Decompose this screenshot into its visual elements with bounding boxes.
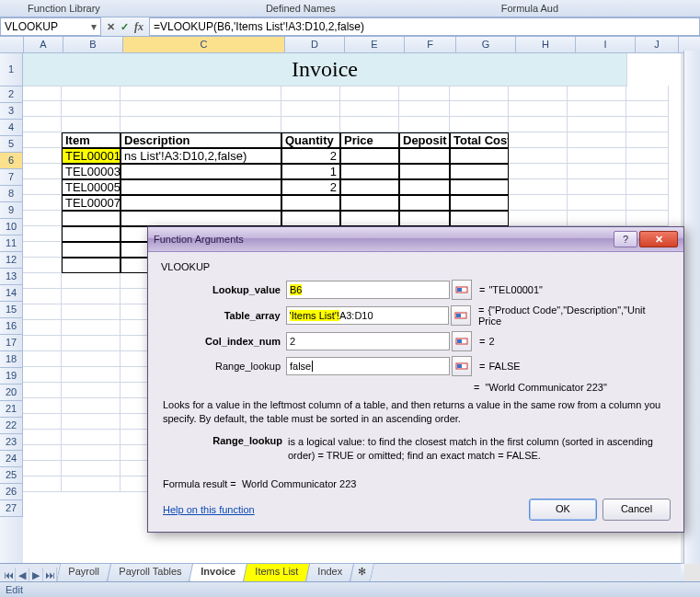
cell[interactable] <box>450 117 509 132</box>
cell[interactable] <box>62 367 120 383</box>
invoice-title[interactable]: Invoice <box>23 53 627 86</box>
cell[interactable] <box>23 367 62 383</box>
cell[interactable] <box>626 195 669 211</box>
cell[interactable] <box>62 398 120 414</box>
row-header-10[interactable]: 10 <box>0 219 23 235</box>
collapse-dialog-icon[interactable] <box>452 331 472 351</box>
cell[interactable] <box>340 211 399 226</box>
row-header-7[interactable]: 7 <box>0 169 23 186</box>
collapse-dialog-icon[interactable] <box>451 305 471 326</box>
row-header-20[interactable]: 20 <box>0 385 23 401</box>
cell[interactable] <box>62 101 120 117</box>
row-header-24[interactable]: 24 <box>0 451 23 467</box>
cell[interactable] <box>62 430 120 445</box>
cell[interactable] <box>509 179 568 195</box>
enter-formula-icon[interactable]: ✓ <box>119 21 131 33</box>
col-header-J[interactable]: J <box>636 37 679 52</box>
cell[interactable] <box>62 461 120 476</box>
cell[interactable]: 1 <box>281 164 340 179</box>
tab-new-sheet[interactable]: ✻ <box>350 563 374 582</box>
cell[interactable] <box>62 289 120 304</box>
cell[interactable]: TEL00001 <box>62 148 120 164</box>
cell[interactable] <box>509 117 568 132</box>
cell[interactable] <box>23 86 62 101</box>
row-header-1[interactable]: 1 <box>0 53 23 86</box>
row-header-18[interactable]: 18 <box>0 351 23 368</box>
cell[interactable] <box>509 148 568 164</box>
cell[interactable] <box>626 101 669 117</box>
cell[interactable] <box>626 86 669 101</box>
cell[interactable] <box>23 445 62 461</box>
cell[interactable] <box>568 101 626 117</box>
cell[interactable] <box>23 132 62 148</box>
cancel-formula-icon[interactable]: ✕ <box>105 21 117 33</box>
cell[interactable] <box>626 164 669 179</box>
formula-bar-input[interactable]: =VLOOKUP(B6,'Items List'!A3:D10,2,false) <box>149 17 700 36</box>
dialog-help-icon[interactable]: ? <box>614 231 637 247</box>
cell[interactable] <box>62 273 120 289</box>
cell[interactable] <box>450 148 509 164</box>
cell[interactable] <box>23 351 62 367</box>
row-header-11[interactable]: 11 <box>0 235 23 252</box>
arg-input-table-array[interactable]: 'Items List'!A3:D10 <box>286 306 449 325</box>
row-header-14[interactable]: 14 <box>0 285 23 302</box>
row-header-6[interactable]: 6 <box>0 153 23 169</box>
col-header-I[interactable]: I <box>576 37 636 52</box>
table-header[interactable]: Description <box>120 132 281 148</box>
cell[interactable] <box>626 117 669 132</box>
col-header-G[interactable]: G <box>456 37 516 52</box>
dialog-close-icon[interactable]: ✕ <box>639 231 678 247</box>
tab-first-icon[interactable]: ⏮ <box>2 568 16 582</box>
cell[interactable] <box>62 258 120 273</box>
cell[interactable] <box>62 226 120 242</box>
cell[interactable] <box>340 164 399 179</box>
col-header-C[interactable]: C <box>123 37 285 52</box>
cell[interactable] <box>62 86 120 101</box>
cell[interactable] <box>399 86 450 101</box>
cell[interactable] <box>62 383 120 398</box>
cell[interactable] <box>399 117 450 132</box>
cell[interactable] <box>120 211 281 226</box>
cell[interactable] <box>509 86 568 101</box>
arg-input-range-lookup[interactable]: false <box>286 357 450 375</box>
cell[interactable] <box>568 211 626 226</box>
cell[interactable] <box>509 211 568 226</box>
cell[interactable] <box>23 383 62 398</box>
cell[interactable] <box>62 211 120 226</box>
cell[interactable] <box>23 430 62 445</box>
cell[interactable] <box>23 398 62 414</box>
cell[interactable] <box>340 148 399 164</box>
cell[interactable] <box>62 320 120 336</box>
ok-button[interactable]: OK <box>529 499 597 521</box>
tab-payroll[interactable]: Payroll <box>56 563 111 582</box>
col-header-E[interactable]: E <box>345 37 405 52</box>
cell[interactable] <box>23 289 62 304</box>
cell[interactable] <box>509 195 568 211</box>
cell[interactable] <box>340 86 399 101</box>
cell[interactable] <box>626 211 669 226</box>
cell[interactable] <box>23 336 62 351</box>
row-header-12[interactable]: 12 <box>0 252 23 269</box>
tab-index[interactable]: Index <box>305 563 354 582</box>
collapse-dialog-icon[interactable] <box>452 280 472 300</box>
cell[interactable] <box>120 164 281 179</box>
arg-input-col-index[interactable]: 2 <box>286 332 450 350</box>
dialog-titlebar[interactable]: Function Arguments ? ✕ <box>148 227 683 252</box>
cell[interactable] <box>23 117 62 132</box>
cell[interactable]: 2 <box>281 179 340 195</box>
tab-invoice[interactable]: Invoice <box>189 563 247 582</box>
cell[interactable] <box>450 164 509 179</box>
cell[interactable] <box>568 117 626 132</box>
cell[interactable] <box>23 226 62 242</box>
cell[interactable] <box>23 179 62 195</box>
table-header[interactable]: Total Cost <box>450 132 509 148</box>
cell[interactable] <box>626 179 669 195</box>
cell[interactable] <box>120 195 281 211</box>
cell[interactable] <box>62 476 120 492</box>
cell[interactable] <box>23 461 62 476</box>
cell[interactable] <box>450 195 509 211</box>
insert-function-icon[interactable]: fx <box>132 20 145 34</box>
cell[interactable] <box>281 195 340 211</box>
row-header-16[interactable]: 16 <box>0 318 23 335</box>
cell[interactable] <box>23 101 62 117</box>
